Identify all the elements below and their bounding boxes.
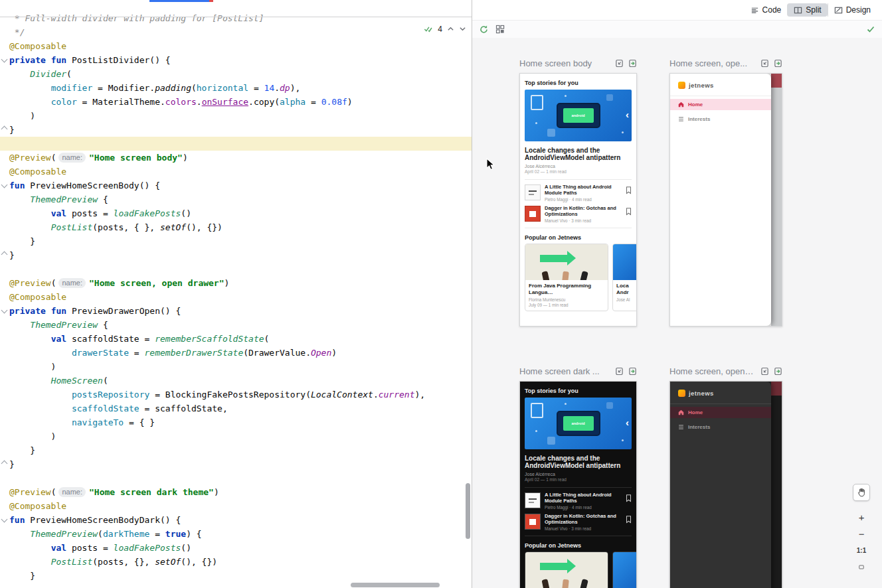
code-token: rememberScaffoldState (155, 334, 264, 344)
code-token (9, 404, 72, 413)
code-token (9, 83, 51, 93)
jetnews-drawer-preview-dark[interactable]: jetnews Home Interests (669, 381, 782, 588)
fold-marker-icon[interactable] (1, 461, 8, 467)
code-token: rememberDrawerState (145, 348, 244, 358)
code-token: name: (58, 487, 86, 497)
zoom-ratio-button[interactable]: 1:1 (855, 544, 868, 556)
code-line: ThemedPreview(darkTheme = true) { (9, 527, 472, 541)
pan-tool-button[interactable] (853, 484, 870, 501)
fold-marker-icon[interactable] (1, 56, 8, 63)
run-preview-on-device-icon[interactable] (628, 367, 637, 376)
code-token: horizontal (197, 83, 248, 93)
code-area[interactable]: * Full-width divider with padding for [P… (9, 11, 472, 583)
bookmark-icon[interactable] (626, 206, 632, 218)
code-token: . (274, 83, 280, 93)
design-view-button[interactable]: Design (828, 3, 877, 17)
ui-check-mode-icon[interactable] (615, 59, 624, 68)
popular-post-card[interactable]: LocaAndr Jose Al (612, 551, 637, 588)
fold-marker-icon[interactable] (1, 307, 8, 314)
post-hero-image: android ‹ (525, 90, 632, 141)
popular-post-card[interactable]: LocaAndr Jose Al (612, 244, 637, 311)
preview-title: Home screen, open drawer dar... (669, 366, 756, 376)
post-title: Dagger in Kotlin: Gotchas and Optimizati… (545, 206, 622, 217)
ui-check-mode-icon[interactable] (615, 367, 624, 376)
inspection-widget[interactable]: 4 (423, 24, 466, 34)
build-refresh-icon[interactable] (479, 25, 489, 35)
editor-mode-header: Code Split Design (472, 0, 882, 21)
code-line: private fun PostListDivider() { (9, 53, 472, 67)
jetnews-home-preview-dark[interactable]: Top stories for you android ‹ Locale cha… (519, 381, 637, 588)
code-token: = scaffoldState, (139, 404, 228, 413)
next-problem-icon[interactable] (459, 25, 466, 33)
ui-check-mode-icon[interactable] (760, 367, 769, 376)
split-view-label: Split (806, 5, 821, 15)
split-view-button[interactable]: Split (787, 3, 827, 17)
run-preview-on-device-icon[interactable] (774, 367, 782, 376)
code-line: @Composable (9, 39, 472, 53)
previous-problem-icon[interactable] (447, 25, 454, 33)
popular-post-card[interactable]: From Java Programming Langua… Florina Mu… (525, 551, 608, 588)
code-token: ) (9, 362, 56, 372)
bookmark-icon[interactable] (626, 185, 632, 197)
divider (525, 487, 632, 488)
vertical-scrollbar-thumb[interactable] (466, 483, 470, 539)
bookmark-icon[interactable] (626, 514, 632, 526)
code-token: @Preview (9, 153, 51, 163)
code-token: () (181, 208, 191, 218)
simple-post-row: A Little Thing about Android Module Path… (525, 184, 632, 202)
fold-marker-icon[interactable] (1, 182, 8, 188)
divider (525, 536, 632, 536)
code-token: dp (280, 83, 290, 93)
preview-group-open-drawer: Home screen, ope... jetnews (669, 58, 782, 327)
post-title: Locale changes and the AndroidViewModel … (525, 147, 632, 161)
code-token: 14 (264, 83, 275, 93)
drawer-item-home[interactable]: Home (670, 99, 771, 110)
preview-canvas[interactable]: Home screen body Top stories for you and (472, 38, 882, 588)
code-token: ( (51, 153, 56, 163)
preview-group-open-drawer-dark: Home screen, open drawer dar... jetnews (669, 366, 782, 588)
code-view-button[interactable]: Code (745, 3, 788, 17)
code-token (9, 208, 51, 218)
zoom-in-button[interactable]: + (855, 511, 868, 523)
section-title: Popular on Jetnews (525, 234, 632, 241)
zoom-to-fit-button[interactable] (855, 561, 868, 573)
horizontal-scrollbar-thumb[interactable] (351, 583, 440, 587)
popular-post-card[interactable]: From Java Programming Langua… Florina Mu… (525, 244, 608, 311)
editor-pane[interactable]: * Full-width divider with padding for [P… (0, 0, 472, 588)
drawer-item-interests[interactable]: Interests (670, 113, 771, 125)
ui-check-mode-icon[interactable] (760, 59, 769, 68)
fold-marker-icon[interactable] (1, 126, 8, 133)
post-hero-image: android ‹ (525, 398, 632, 449)
run-preview-on-device-icon[interactable] (774, 59, 782, 68)
code-line: } (9, 248, 472, 262)
simple-post-row: A Little Thing about Android Module Path… (525, 492, 632, 510)
fold-marker-icon[interactable] (1, 516, 8, 523)
code-token: fun (9, 515, 25, 525)
inspection-count: 4 (438, 25, 442, 34)
code-token: * Full-width divider with padding for [P… (9, 13, 264, 23)
fold-marker-icon[interactable] (1, 252, 8, 258)
code-token: (), {}) (186, 222, 222, 232)
code-line: HomeScreen( (9, 374, 472, 388)
preview-pane: Code Split Design (472, 0, 882, 588)
code-token (9, 543, 51, 553)
run-preview-on-device-icon[interactable] (628, 59, 637, 68)
code-line: ) (9, 429, 472, 443)
code-token: { (98, 194, 108, 204)
hero-square-shape (547, 129, 555, 137)
code-token: ) (183, 153, 188, 163)
bookmark-icon[interactable] (626, 493, 632, 505)
code-token: postsRepository (72, 390, 149, 400)
drawer-item-home[interactable]: Home (670, 407, 771, 418)
zoom-out-button[interactable]: − (855, 528, 868, 540)
jetnews-home-preview-light[interactable]: Top stories for you android ‹ Locale cha… (519, 73, 637, 327)
simple-post-row: Dagger in Kotlin: Gotchas and Optimizati… (525, 206, 632, 223)
code-token: PostList (51, 557, 93, 567)
view-options-icon[interactable] (495, 25, 505, 34)
drawer-item-interests[interactable]: Interests (670, 421, 771, 433)
code-token: ), (415, 390, 426, 400)
code-token: ) (347, 97, 353, 107)
code-token: = (129, 348, 144, 358)
jetnews-drawer-preview-light[interactable]: jetnews Home Interests (669, 73, 782, 327)
code-token: posts = (66, 543, 113, 553)
